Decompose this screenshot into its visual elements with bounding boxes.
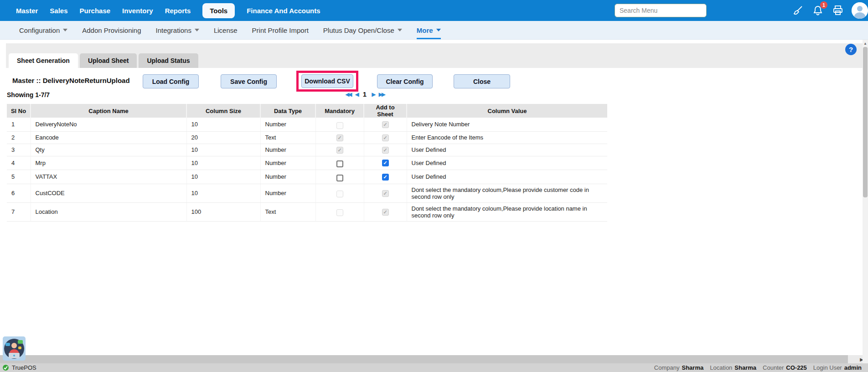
cell-caption-name: Mrp	[31, 156, 186, 170]
cell-sl-no: 2	[7, 131, 31, 144]
status-bar: TruePOS Company Sharma Location Sharma C…	[0, 363, 868, 372]
close-button[interactable]: Close	[454, 74, 510, 88]
next-page-icon[interactable]: ▶	[372, 91, 374, 98]
clear-config-button[interactable]: Clear Config	[377, 74, 433, 88]
sub-nav-item[interactable]: License	[214, 21, 238, 39]
cell-mandatory	[315, 131, 364, 144]
status-field-value: Sharma	[682, 364, 703, 371]
table-row: 4 Mrp 10 Number User Defined	[7, 156, 607, 170]
top-nav-item[interactable]: Reports	[165, 7, 191, 15]
cell-add-to-sheet	[364, 202, 407, 221]
mandatory-checkbox[interactable]	[336, 209, 343, 216]
notifications-bell-icon[interactable]: 1	[812, 5, 824, 16]
top-nav-items: MasterSalesPurchaseInventoryReportsTools…	[10, 3, 326, 18]
top-nav-item[interactable]: Master	[16, 7, 38, 15]
horizontal-scrollbar[interactable]: ▶	[0, 355, 868, 363]
sub-nav-item-label: Integrations	[156, 26, 191, 34]
top-nav-item[interactable]: Tools	[202, 3, 235, 18]
cell-column-value: User Defined	[407, 170, 607, 184]
download-csv-button[interactable]: Download CSV	[301, 74, 353, 88]
cell-add-to-sheet	[364, 118, 407, 131]
top-nav-item[interactable]: Purchase	[80, 7, 111, 15]
cell-add-to-sheet	[364, 170, 407, 184]
current-page-number: 1	[362, 90, 367, 98]
table-header-cell: Column Size	[186, 104, 260, 118]
last-page-icon[interactable]: ▶▶	[378, 91, 384, 98]
cell-caption-name: VATTAX	[31, 170, 186, 184]
status-field: Login User admin	[813, 364, 862, 371]
previous-page-icon[interactable]: ◀	[355, 91, 358, 98]
scroll-up-arrow-icon[interactable]: ▲	[863, 41, 868, 46]
vertical-scrollbar[interactable]: ▲	[863, 40, 868, 363]
top-icons: 1	[788, 0, 868, 21]
cell-sl-no: 4	[7, 156, 31, 170]
cell-mandatory	[315, 144, 364, 156]
sub-nav-item[interactable]: More	[417, 21, 441, 39]
first-page-icon[interactable]: ◀◀	[345, 91, 351, 98]
cell-column-value: User Defined	[407, 156, 607, 170]
cell-column-size: 20	[186, 131, 260, 144]
cell-caption-name: Qty	[31, 144, 186, 156]
add-to-sheet-checkbox[interactable]	[382, 134, 389, 141]
support-chat-widget[interactable]	[3, 336, 26, 361]
mandatory-checkbox[interactable]	[336, 191, 343, 197]
tab[interactable]: Upload Status	[139, 53, 198, 68]
add-to-sheet-checkbox[interactable]	[382, 147, 389, 154]
top-navbar: MasterSalesPurchaseInventoryReportsTools…	[0, 0, 868, 21]
status-field-label: Login User	[813, 364, 842, 371]
help-icon[interactable]: ?	[845, 44, 857, 55]
sub-nav-item[interactable]: Plutus Day Open/Close	[323, 21, 402, 39]
app-window: MasterSalesPurchaseInventoryReportsTools…	[0, 0, 868, 372]
sub-nav-item[interactable]: Addon Provisioning	[82, 21, 141, 39]
load-config-button[interactable]: Load Config	[143, 74, 199, 88]
table-row: 3 Qty 10 Number User Defined	[7, 144, 607, 156]
cell-mandatory	[315, 170, 364, 184]
search-input[interactable]	[615, 4, 707, 17]
table-header-cell: Add to Sheet	[364, 104, 407, 118]
add-to-sheet-checkbox[interactable]	[382, 174, 389, 181]
tab[interactable]: Sheet Generation	[9, 53, 78, 68]
connection-status-check-icon	[2, 364, 9, 371]
user-avatar[interactable]	[852, 2, 868, 19]
cell-mandatory	[315, 118, 364, 131]
sub-nav-item[interactable]: Print Profile Import	[252, 21, 309, 39]
app-name-label: TruePOS	[12, 364, 36, 371]
sub-nav-item[interactable]: Configuration	[19, 21, 67, 39]
mandatory-checkbox[interactable]	[336, 147, 343, 154]
mandatory-checkbox[interactable]	[336, 160, 343, 167]
vertical-scrollbar-thumb[interactable]	[863, 47, 868, 197]
status-field: Company Sharma	[654, 364, 703, 371]
status-field: Counter CO-225	[763, 364, 807, 371]
table-header-cell: Mandatory	[315, 104, 364, 118]
top-nav-item[interactable]: Sales	[50, 7, 67, 15]
add-to-sheet-checkbox[interactable]	[382, 209, 389, 216]
top-nav-item[interactable]: Inventory	[122, 7, 153, 15]
printer-icon[interactable]	[832, 5, 844, 16]
add-to-sheet-checkbox[interactable]	[382, 121, 389, 128]
paint-brush-icon[interactable]	[792, 5, 804, 16]
table-row: 7 Location 100 Text Dont select the mand…	[7, 202, 607, 221]
mandatory-checkbox[interactable]	[336, 134, 343, 141]
table-row: 1 DeliveryNoteNo 10 Number Delivery Note…	[7, 118, 607, 131]
status-field-value: CO-225	[786, 364, 807, 371]
mandatory-checkbox[interactable]	[336, 122, 343, 129]
cell-sl-no: 6	[7, 184, 31, 202]
save-config-button[interactable]: Save Config	[221, 74, 277, 88]
sub-nav-item-label: Addon Provisioning	[82, 26, 141, 34]
status-field-value: admin	[844, 364, 862, 371]
add-to-sheet-checkbox[interactable]	[382, 190, 389, 197]
status-field-label: Company	[654, 364, 680, 371]
cell-data-type: Number	[260, 170, 315, 184]
cell-caption-name: Location	[31, 202, 186, 221]
sub-nav-item[interactable]: Integrations	[156, 21, 199, 39]
cell-sl-no: 3	[7, 144, 31, 156]
add-to-sheet-checkbox[interactable]	[382, 160, 389, 166]
cell-caption-name: Eancode	[31, 131, 186, 144]
horizontal-scrollbar-thumb[interactable]	[0, 355, 848, 363]
cell-caption-name: CustCODE	[31, 184, 186, 202]
cell-column-value: Delivery Note Number	[407, 118, 607, 131]
mandatory-checkbox[interactable]	[336, 175, 343, 181]
top-nav-item[interactable]: Finance And Accounts	[247, 7, 320, 15]
tab[interactable]: Upload Sheet	[80, 53, 137, 68]
cell-sl-no: 5	[7, 170, 31, 184]
